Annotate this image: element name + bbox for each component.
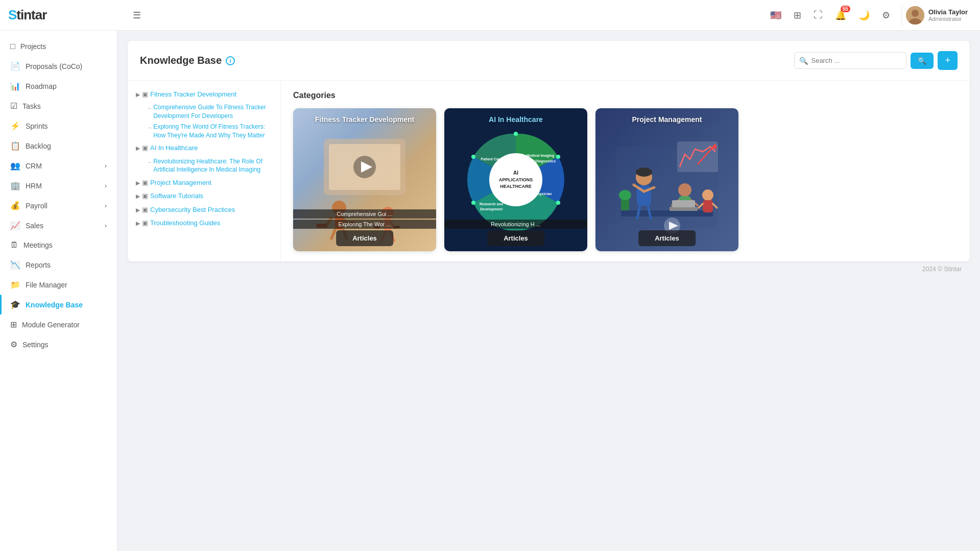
page-body: ▶ ▣ Fitness Tracker Development – Compre… <box>128 81 970 261</box>
page-title-text: Knowledge Base <box>140 55 222 66</box>
fitness-card-img: Fitness Tracker Development <box>293 108 436 251</box>
notifications-button[interactable]: 🔔 55 <box>832 7 849 24</box>
svg-point-51 <box>678 183 691 197</box>
svg-text:Research and: Research and <box>480 202 503 206</box>
svg-text:Medical Imaging: Medical Imaging <box>527 154 554 158</box>
fitness-chevron: ▶ <box>136 91 140 98</box>
navbar-right: 🇺🇸 ⊞ ⛶ 🔔 55 🌙 ⚙ Oliv <box>767 4 972 27</box>
apps-button[interactable]: ⊞ <box>791 7 804 24</box>
tree-parent-troubleshooting[interactable]: ▶ ▣ Troubleshooting Guides <box>136 218 272 229</box>
category-card-pm[interactable]: Project Management <box>595 108 738 251</box>
sidebar-label-tasks: Tasks <box>22 102 41 110</box>
fullscreen-icon: ⛶ <box>814 10 823 20</box>
pm-chevron: ▶ <box>136 180 140 186</box>
sidebar-item-settings[interactable]: ⚙ Settings <box>0 334 117 354</box>
sidebar-item-proposals[interactable]: 📄 Proposals (CoCo) <box>0 56 117 76</box>
search-button[interactable]: 🔍 <box>911 53 934 69</box>
tree-parent-ai[interactable]: ▶ ▣ AI In Healthcare <box>136 142 272 154</box>
ai-child-1-label[interactable]: Revolutionizing Healthcare: The Role Of … <box>153 157 272 175</box>
sidebar-item-hrm[interactable]: 🏢 HRM › <box>0 176 117 196</box>
sidebar-label-payroll: Payroll <box>26 202 47 210</box>
pm-card-title: Project Management <box>595 113 738 126</box>
software-label[interactable]: Software Tutorials <box>150 191 203 201</box>
page-title: Knowledge Base i <box>140 55 235 66</box>
sidebar-item-reports[interactable]: 📉 Reports <box>0 255 117 275</box>
sidebar-item-crm[interactable]: 👥 CRM › <box>0 156 117 176</box>
tree-item-software: ▶ ▣ Software Tutorials <box>136 190 272 202</box>
category-card-fitness[interactable]: Fitness Tracker Development <box>293 108 436 251</box>
tree-parent-cybersecurity[interactable]: ▶ ▣ Cybersecurity Best Practices <box>136 204 272 215</box>
svg-line-11 <box>331 230 335 238</box>
tree-child-fitness-1[interactable]: – Comprehensive Guide To Fitness Tracker… <box>148 102 272 122</box>
tree-child-ai-1[interactable]: – Revolutionizing Healthcare: The Role O… <box>148 156 272 176</box>
sidebar-item-projects[interactable]: □ Projects <box>0 37 117 56</box>
sidebar-item-sprints[interactable]: ⚡ Sprints <box>0 116 117 136</box>
tree-child-fitness-2[interactable]: – Exploring The World Of Fitness Tracker… <box>148 122 272 141</box>
cybersecurity-label[interactable]: Cybersecurity Best Practices <box>150 205 235 214</box>
svg-text:AI: AI <box>513 170 518 176</box>
sidebar-item-tasks[interactable]: ☑ Tasks <box>0 96 117 116</box>
sidebar: □ Projects 📄 Proposals (CoCo) 📊 Roadmap … <box>0 31 117 551</box>
ai-card-title: AI In Healthcare <box>444 113 587 126</box>
svg-text:HEALTHCARE: HEALTHCARE <box>500 184 531 189</box>
svg-text:and Diagnostics: and Diagnostics <box>528 159 556 163</box>
tree-parent-pm[interactable]: ▶ ▣ Project Management <box>136 177 272 188</box>
troubleshooting-label[interactable]: Troubleshooting Guides <box>150 219 221 228</box>
app-logo: Stintar <box>8 7 46 23</box>
pm-label[interactable]: Project Management <box>150 178 211 187</box>
user-profile[interactable]: Olivia Taylor Administrator <box>901 4 972 27</box>
sidebar-item-payroll[interactable]: 💰 Payroll › <box>0 196 117 215</box>
add-button[interactable]: + <box>938 51 958 70</box>
sales-icon: 📈 <box>10 221 20 230</box>
categories-title: Categories <box>293 91 958 100</box>
user-name: Olivia Taylor <box>928 8 968 16</box>
sales-chevron: › <box>105 222 107 229</box>
ai-card-img: AI In Healthcare <box>444 108 587 251</box>
category-card-ai[interactable]: AI In Healthcare <box>444 108 587 251</box>
categories-area: Categories Fitness Tracker Development <box>281 81 970 261</box>
gear-icon: ⚙ <box>882 10 890 21</box>
tasks-icon: ☑ <box>10 101 17 111</box>
fitness-articles-button[interactable]: Articles <box>336 230 393 246</box>
sidebar-item-roadmap[interactable]: 📊 Roadmap <box>0 76 117 96</box>
sidebar-item-file-manager[interactable]: 📁 File Manager <box>0 275 117 295</box>
flag-button[interactable]: 🇺🇸 <box>767 7 784 24</box>
fitness-child-2-label[interactable]: Exploring The World Of Fitness Trackers:… <box>153 123 272 140</box>
theme-toggle-button[interactable]: 🌙 <box>855 7 873 24</box>
ai-articles-button[interactable]: Articles <box>487 230 544 246</box>
fitness-label[interactable]: Fitness Tracker Development <box>150 90 236 99</box>
pm-tree-icon: ▣ <box>142 179 148 186</box>
fitness-article-1: Comprehensive Gui ... <box>293 209 436 219</box>
sidebar-item-backlog[interactable]: 📋 Backlog <box>0 136 117 156</box>
sidebar-label-projects: Projects <box>20 42 46 51</box>
hamburger-button[interactable]: ☰ <box>129 8 145 23</box>
sidebar-item-sales[interactable]: 📈 Sales › <box>0 215 117 235</box>
file-manager-icon: 📁 <box>10 280 20 290</box>
tree-parent-fitness[interactable]: ▶ ▣ Fitness Tracker Development <box>136 89 272 100</box>
svg-rect-58 <box>703 200 713 212</box>
sidebar-label-proposals: Proposals (CoCo) <box>26 62 82 70</box>
search-wrapper: 🔍 <box>794 52 906 69</box>
svg-point-38 <box>471 155 475 159</box>
sidebar-item-knowledge-base[interactable]: 🎓 Knowledge Base <box>0 295 117 315</box>
software-chevron: ▶ <box>136 193 140 200</box>
crm-icon: 👥 <box>10 161 20 171</box>
fullscreen-button[interactable]: ⛶ <box>810 7 826 23</box>
ai-child-dot-1: – <box>148 159 151 165</box>
svg-point-1 <box>912 10 919 17</box>
tree-parent-software[interactable]: ▶ ▣ Software Tutorials <box>136 190 272 202</box>
info-icon[interactable]: i <box>226 56 235 65</box>
settings-button[interactable]: ⚙ <box>879 7 893 24</box>
child-dot-2: – <box>148 124 151 130</box>
pm-articles-button[interactable]: Articles <box>638 230 696 246</box>
sidebar-label-hrm: HRM <box>26 182 42 190</box>
fitness-child-1-label[interactable]: Comprehensive Guide To Fitness Tracker D… <box>153 103 272 121</box>
payroll-chevron: › <box>105 202 107 209</box>
sidebar-item-meetings[interactable]: 🗓 Meetings <box>0 235 117 255</box>
pm-illustration <box>601 116 733 249</box>
search-input[interactable] <box>794 52 906 69</box>
pm-card-img: Project Management <box>595 108 738 251</box>
ai-label[interactable]: AI In Healthcare <box>150 143 198 153</box>
sidebar-item-module-generator[interactable]: ⊞ Module Generator <box>0 315 117 334</box>
tree-item-cybersecurity: ▶ ▣ Cybersecurity Best Practices <box>136 204 272 215</box>
